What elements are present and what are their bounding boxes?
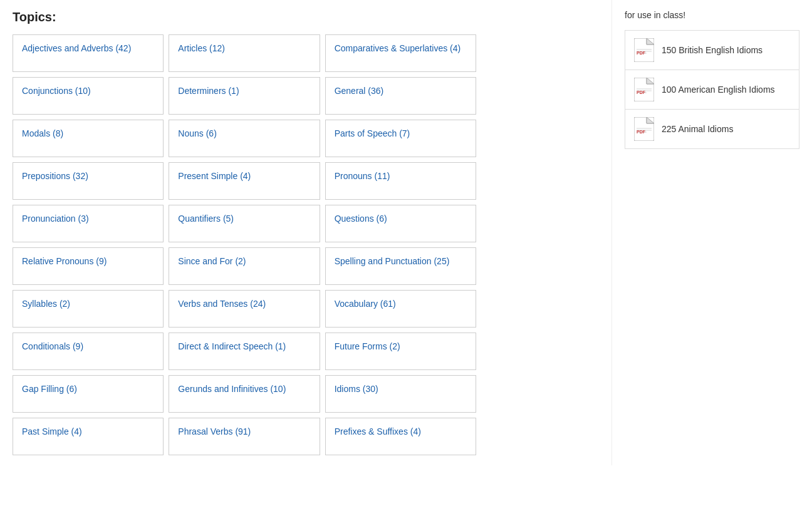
topic-link[interactable]: Vocabulary (61) (335, 298, 396, 311)
topic-cell: Since and For (2) (169, 247, 320, 285)
topic-link[interactable]: Conditionals (9) (22, 341, 83, 353)
topic-link[interactable]: Comparatives & Superlatives (4) (335, 43, 461, 55)
topic-cell: Spelling and Punctuation (25) (325, 247, 476, 285)
topic-cell: Parts of Speech (7) (325, 120, 476, 157)
topic-link[interactable]: Questions (6) (335, 213, 387, 225)
topic-link[interactable]: Prepositions (32) (22, 170, 88, 183)
pdf-title: 100 American English Idioms (662, 85, 775, 95)
topic-cell: Articles (12) (169, 34, 320, 72)
topic-cell: Comparatives & Superlatives (4) (325, 34, 476, 72)
topic-link[interactable]: Present Simple (4) (178, 170, 251, 183)
pdf-item[interactable]: PDF 225 Animal Idioms (625, 110, 799, 148)
topic-cell: Phrasal Verbs (91) (169, 418, 320, 455)
topics-heading: Topics: (13, 10, 599, 24)
pdf-icon: PDF (634, 78, 654, 101)
pdf-list: PDF 150 British English Idioms PDF 100 A… (625, 30, 799, 149)
topic-cell: Quantifiers (5) (169, 205, 320, 242)
sidebar: for use in class! PDF 150 British Englis… (612, 0, 812, 465)
topic-link[interactable]: Adjectives and Adverbs (42) (22, 43, 131, 55)
topic-link[interactable]: General (36) (335, 85, 384, 98)
topic-cell: Prepositions (32) (13, 162, 164, 200)
pdf-icon: PDF (634, 38, 654, 62)
topic-cell: Adjectives and Adverbs (42) (13, 34, 164, 72)
topic-link[interactable]: Idioms (30) (335, 383, 378, 396)
topic-link[interactable]: Future Forms (2) (335, 341, 400, 353)
sidebar-intro: for use in class! (625, 10, 799, 20)
topic-link[interactable]: Quantifiers (5) (178, 213, 234, 225)
topic-cell: Gap Filling (6) (13, 375, 164, 413)
topic-cell: Past Simple (4) (13, 418, 164, 455)
topic-link[interactable]: Syllables (2) (22, 298, 70, 311)
topic-link[interactable]: Relative Pronouns (9) (22, 255, 107, 268)
topic-link[interactable]: Spelling and Punctuation (25) (335, 255, 450, 268)
topic-cell: Direct & Indirect Speech (1) (169, 333, 320, 370)
page-wrapper: Topics: Adjectives and Adverbs (42)Artic… (0, 0, 812, 465)
topic-cell: Present Simple (4) (169, 162, 320, 200)
topic-link[interactable]: Since and For (2) (178, 255, 246, 268)
topic-cell: Determiners (1) (169, 77, 320, 115)
topic-link[interactable]: Parts of Speech (7) (335, 128, 410, 140)
topic-cell: Syllables (2) (13, 290, 164, 328)
topic-cell: Nouns (6) (169, 120, 320, 157)
topic-link[interactable]: Modals (8) (22, 128, 63, 140)
topic-cell: Idioms (30) (325, 375, 476, 413)
topic-cell: Prefixes & Suffixes (4) (325, 418, 476, 455)
topic-link[interactable]: Past Simple (4) (22, 426, 82, 438)
topic-cell: Modals (8) (13, 120, 164, 157)
pdf-title: 150 British English Idioms (662, 45, 763, 55)
topic-cell: Gerunds and Infinitives (10) (169, 375, 320, 413)
topic-link[interactable]: Prefixes & Suffixes (4) (335, 426, 421, 438)
topics-grid: Adjectives and Adverbs (42)Articles (12)… (13, 34, 476, 455)
pdf-icon: PDF (634, 117, 654, 141)
topic-link[interactable]: Gerunds and Infinitives (10) (178, 383, 286, 396)
topic-cell: Conditionals (9) (13, 333, 164, 370)
topic-cell: Future Forms (2) (325, 333, 476, 370)
topic-link[interactable]: Pronunciation (3) (22, 213, 89, 225)
pdf-item[interactable]: PDF 100 American English Idioms (625, 70, 799, 110)
topic-cell: General (36) (325, 77, 476, 115)
topic-link[interactable]: Pronouns (11) (335, 170, 390, 183)
topic-cell: Pronouns (11) (325, 162, 476, 200)
pdf-title: 225 Animal Idioms (662, 124, 733, 134)
topic-link[interactable]: Gap Filling (6) (22, 383, 77, 396)
topic-link[interactable]: Verbs and Tenses (24) (178, 298, 266, 311)
topic-cell: Vocabulary (61) (325, 290, 476, 328)
topic-cell: Conjunctions (10) (13, 77, 164, 115)
topic-cell: Pronunciation (3) (13, 205, 164, 242)
topic-cell: Questions (6) (325, 205, 476, 242)
topic-link[interactable]: Conjunctions (10) (22, 85, 91, 98)
main-content: Topics: Adjectives and Adverbs (42)Artic… (0, 0, 612, 465)
topic-link[interactable]: Phrasal Verbs (91) (178, 426, 251, 438)
topic-link[interactable]: Determiners (1) (178, 85, 239, 98)
topic-cell: Verbs and Tenses (24) (169, 290, 320, 328)
topic-link[interactable]: Direct & Indirect Speech (1) (178, 341, 286, 353)
pdf-item[interactable]: PDF 150 British English Idioms (625, 31, 799, 70)
topic-link[interactable]: Nouns (6) (178, 128, 216, 140)
topic-cell: Relative Pronouns (9) (13, 247, 164, 285)
topic-link[interactable]: Articles (12) (178, 43, 225, 55)
